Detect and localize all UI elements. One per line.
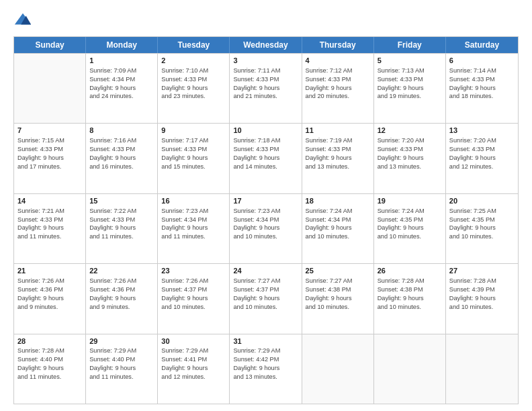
- day-info: Sunrise: 7:25 AMSunset: 4:35 PMDaylight:…: [449, 207, 515, 242]
- day-number: 25: [306, 266, 370, 276]
- cal-cell: 14Sunrise: 7:21 AMSunset: 4:33 PMDayligh…: [14, 194, 86, 263]
- day-number: 2: [161, 56, 226, 66]
- week-row-1: 1Sunrise: 7:09 AMSunset: 4:34 PMDaylight…: [14, 53, 518, 123]
- cal-cell: 9Sunrise: 7:17 AMSunset: 4:33 PMDaylight…: [158, 124, 230, 193]
- header-cell-thursday: Thursday: [302, 37, 374, 53]
- cal-cell: 17Sunrise: 7:23 AMSunset: 4:34 PMDayligh…: [230, 194, 302, 263]
- header-cell-friday: Friday: [374, 37, 446, 53]
- day-number: 11: [306, 126, 370, 136]
- day-number: 19: [378, 196, 442, 206]
- cal-cell: 18Sunrise: 7:24 AMSunset: 4:34 PMDayligh…: [302, 194, 374, 263]
- day-number: 17: [233, 196, 298, 206]
- cal-cell: 31Sunrise: 7:29 AMSunset: 4:42 PMDayligh…: [230, 334, 302, 404]
- day-info: Sunrise: 7:23 AMSunset: 4:34 PMDaylight:…: [161, 207, 226, 242]
- day-info: Sunrise: 7:18 AMSunset: 4:33 PMDaylight:…: [233, 136, 298, 171]
- cal-cell: [374, 334, 446, 404]
- day-info: Sunrise: 7:22 AMSunset: 4:33 PMDaylight:…: [89, 207, 154, 242]
- cal-cell: 24Sunrise: 7:27 AMSunset: 4:37 PMDayligh…: [230, 264, 302, 333]
- cal-cell: [14, 54, 86, 123]
- cal-cell: 4Sunrise: 7:12 AMSunset: 4:33 PMDaylight…: [302, 54, 374, 123]
- day-info: Sunrise: 7:26 AMSunset: 4:36 PMDaylight:…: [89, 277, 154, 312]
- day-info: Sunrise: 7:17 AMSunset: 4:33 PMDaylight:…: [161, 136, 226, 171]
- day-info: Sunrise: 7:13 AMSunset: 4:33 PMDaylight:…: [378, 66, 442, 101]
- day-number: 15: [89, 196, 154, 206]
- day-number: 24: [233, 266, 298, 276]
- day-info: Sunrise: 7:15 AMSunset: 4:33 PMDaylight:…: [17, 136, 82, 171]
- day-info: Sunrise: 7:29 AMSunset: 4:41 PMDaylight:…: [161, 347, 226, 381]
- week-row-4: 21Sunrise: 7:26 AMSunset: 4:36 PMDayligh…: [14, 263, 518, 333]
- cal-cell: 16Sunrise: 7:23 AMSunset: 4:34 PMDayligh…: [158, 194, 230, 263]
- week-row-3: 14Sunrise: 7:21 AMSunset: 4:33 PMDayligh…: [14, 193, 518, 263]
- day-info: Sunrise: 7:20 AMSunset: 4:33 PMDaylight:…: [378, 136, 442, 171]
- day-number: 16: [161, 196, 226, 206]
- header-cell-tuesday: Tuesday: [158, 37, 230, 53]
- day-number: 18: [306, 196, 370, 206]
- header-cell-sunday: Sunday: [14, 37, 86, 53]
- day-number: 7: [17, 126, 82, 136]
- cal-cell: 13Sunrise: 7:20 AMSunset: 4:33 PMDayligh…: [446, 124, 518, 193]
- cal-cell: [302, 334, 374, 404]
- day-info: Sunrise: 7:24 AMSunset: 4:35 PMDaylight:…: [378, 207, 442, 242]
- cal-cell: 23Sunrise: 7:26 AMSunset: 4:37 PMDayligh…: [158, 264, 230, 333]
- day-number: 8: [89, 126, 154, 136]
- cal-cell: 27Sunrise: 7:28 AMSunset: 4:39 PMDayligh…: [446, 264, 518, 333]
- day-info: Sunrise: 7:24 AMSunset: 4:34 PMDaylight:…: [306, 207, 370, 242]
- day-number: 26: [378, 266, 442, 276]
- cal-cell: 6Sunrise: 7:14 AMSunset: 4:33 PMDaylight…: [446, 54, 518, 123]
- day-info: Sunrise: 7:14 AMSunset: 4:33 PMDaylight:…: [449, 66, 515, 101]
- day-number: 9: [161, 126, 226, 136]
- day-number: 23: [161, 266, 226, 276]
- day-number: 1: [89, 56, 154, 66]
- cal-cell: 28Sunrise: 7:28 AMSunset: 4:40 PMDayligh…: [14, 334, 86, 404]
- cal-cell: 29Sunrise: 7:29 AMSunset: 4:40 PMDayligh…: [86, 334, 158, 404]
- day-number: 3: [233, 56, 298, 66]
- day-number: 20: [449, 196, 515, 206]
- cal-cell: 8Sunrise: 7:16 AMSunset: 4:33 PMDaylight…: [86, 124, 158, 193]
- calendar: SundayMondayTuesdayWednesdayThursdayFrid…: [13, 36, 519, 404]
- day-number: 6: [449, 56, 515, 66]
- day-number: 10: [233, 126, 298, 136]
- day-info: Sunrise: 7:20 AMSunset: 4:33 PMDaylight:…: [449, 136, 515, 171]
- cal-cell: 15Sunrise: 7:22 AMSunset: 4:33 PMDayligh…: [86, 194, 158, 263]
- day-number: 4: [306, 56, 370, 66]
- cal-cell: 21Sunrise: 7:26 AMSunset: 4:36 PMDayligh…: [14, 264, 86, 333]
- day-info: Sunrise: 7:10 AMSunset: 4:33 PMDaylight:…: [161, 66, 226, 101]
- cal-cell: 2Sunrise: 7:10 AMSunset: 4:33 PMDaylight…: [158, 54, 230, 123]
- day-number: 13: [449, 126, 515, 136]
- cal-cell: [446, 334, 518, 404]
- week-row-5: 28Sunrise: 7:28 AMSunset: 4:40 PMDayligh…: [14, 334, 518, 404]
- logo-icon: [13, 11, 32, 30]
- day-info: Sunrise: 7:26 AMSunset: 4:37 PMDaylight:…: [161, 277, 226, 312]
- cal-cell: 30Sunrise: 7:29 AMSunset: 4:41 PMDayligh…: [158, 334, 230, 404]
- day-number: 30: [161, 336, 226, 347]
- day-number: 27: [449, 266, 515, 276]
- cal-cell: 20Sunrise: 7:25 AMSunset: 4:35 PMDayligh…: [446, 194, 518, 263]
- logo: [13, 11, 35, 30]
- cal-cell: 1Sunrise: 7:09 AMSunset: 4:34 PMDaylight…: [86, 54, 158, 123]
- day-info: Sunrise: 7:09 AMSunset: 4:34 PMDaylight:…: [89, 66, 154, 101]
- day-info: Sunrise: 7:16 AMSunset: 4:33 PMDaylight:…: [89, 136, 154, 171]
- day-info: Sunrise: 7:12 AMSunset: 4:33 PMDaylight:…: [306, 66, 370, 101]
- day-info: Sunrise: 7:27 AMSunset: 4:37 PMDaylight:…: [233, 277, 298, 312]
- day-info: Sunrise: 7:28 AMSunset: 4:39 PMDaylight:…: [449, 277, 515, 312]
- cal-cell: 22Sunrise: 7:26 AMSunset: 4:36 PMDayligh…: [86, 264, 158, 333]
- header-cell-monday: Monday: [86, 37, 158, 53]
- cal-cell: 10Sunrise: 7:18 AMSunset: 4:33 PMDayligh…: [230, 124, 302, 193]
- day-number: 12: [378, 126, 442, 136]
- cal-cell: 5Sunrise: 7:13 AMSunset: 4:33 PMDaylight…: [374, 54, 446, 123]
- day-number: 28: [17, 336, 82, 347]
- day-number: 31: [233, 336, 298, 347]
- day-info: Sunrise: 7:11 AMSunset: 4:33 PMDaylight:…: [233, 66, 298, 101]
- page: SundayMondayTuesdayWednesdayThursdayFrid…: [0, 0, 532, 411]
- day-info: Sunrise: 7:28 AMSunset: 4:38 PMDaylight:…: [378, 277, 442, 312]
- week-row-2: 7Sunrise: 7:15 AMSunset: 4:33 PMDaylight…: [14, 123, 518, 193]
- day-number: 14: [17, 196, 82, 206]
- day-info: Sunrise: 7:29 AMSunset: 4:40 PMDaylight:…: [89, 347, 154, 381]
- cal-cell: 7Sunrise: 7:15 AMSunset: 4:33 PMDaylight…: [14, 124, 86, 193]
- day-number: 21: [17, 266, 82, 276]
- cal-cell: 11Sunrise: 7:19 AMSunset: 4:33 PMDayligh…: [302, 124, 374, 193]
- header-cell-saturday: Saturday: [446, 37, 518, 53]
- day-info: Sunrise: 7:26 AMSunset: 4:36 PMDaylight:…: [17, 277, 82, 312]
- day-info: Sunrise: 7:19 AMSunset: 4:33 PMDaylight:…: [306, 136, 370, 171]
- day-number: 22: [89, 266, 154, 276]
